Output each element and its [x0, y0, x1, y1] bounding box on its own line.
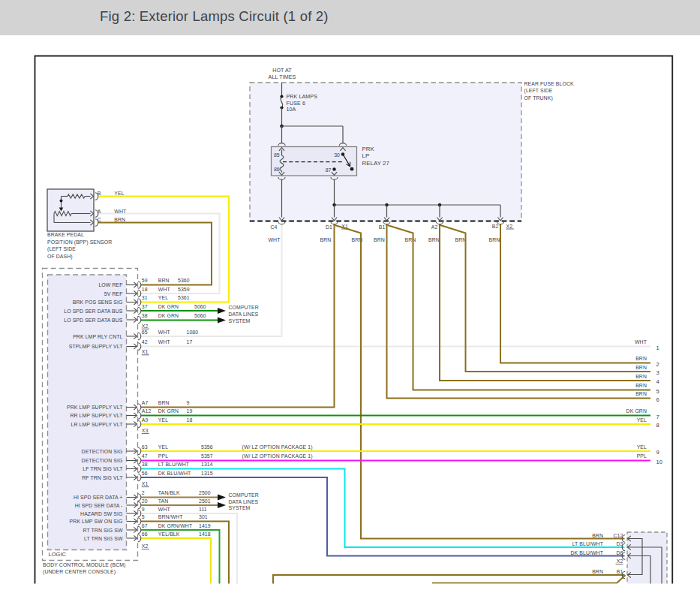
svg-text:(W/ LZ OPTION PACKAGE 1): (W/ LZ OPTION PACKAGE 1) — [242, 444, 313, 450]
svg-text:(UNDER CENTER CONSOLE): (UNDER CENTER CONSOLE) — [43, 569, 116, 575]
svg-text:(LEFT SIDE: (LEFT SIDE — [524, 88, 553, 94]
svg-text:OF DASH): OF DASH) — [47, 254, 73, 260]
svg-text:BRN: BRN — [428, 237, 440, 242]
svg-text:COMPUTER: COMPUTER — [229, 305, 259, 310]
svg-text:5359: 5359 — [178, 287, 190, 292]
svg-text:111: 111 — [199, 507, 207, 512]
svg-text:DETECTION SIG: DETECTION SIG — [82, 458, 123, 463]
svg-text:BRN: BRN — [320, 237, 332, 242]
svg-text:5: 5 — [142, 514, 145, 519]
svg-text:PPL: PPL — [637, 453, 647, 459]
svg-text:ALL TIMES: ALL TIMES — [269, 74, 296, 80]
svg-text:5: 5 — [656, 388, 659, 395]
svg-text:LO SPD SER DATA BUS: LO SPD SER DATA BUS — [64, 318, 123, 323]
svg-text:3: 3 — [656, 369, 659, 376]
svg-text:1315: 1315 — [201, 471, 213, 476]
svg-text:WHT: WHT — [158, 330, 171, 335]
svg-text:POSITION (BPP) SENSOR: POSITION (BPP) SENSOR — [47, 239, 112, 245]
svg-text:SYSTEM: SYSTEM — [229, 505, 251, 510]
svg-text:YEL: YEL — [114, 191, 124, 196]
svg-text:63: 63 — [142, 444, 148, 450]
svg-text:BRN: BRN — [592, 569, 603, 574]
svg-text:10: 10 — [656, 459, 663, 465]
svg-text:D3: D3 — [616, 541, 623, 546]
svg-text:LP: LP — [362, 152, 370, 159]
svg-text:LR LMP SUPPLY VLT: LR LMP SUPPLY VLT — [71, 422, 124, 427]
svg-text:A7: A7 — [142, 400, 149, 405]
svg-text:31: 31 — [142, 295, 148, 300]
svg-text:DK BLU/WHT: DK BLU/WHT — [571, 550, 604, 555]
svg-text:SYSTEM: SYSTEM — [229, 318, 251, 324]
svg-text:TAN: TAN — [158, 498, 169, 504]
svg-text:BRN: BRN — [158, 278, 170, 283]
svg-text:47: 47 — [142, 453, 148, 459]
svg-text:85: 85 — [274, 152, 280, 158]
svg-text:YEL: YEL — [637, 417, 647, 423]
svg-text:BRN: BRN — [405, 237, 416, 242]
svg-text:WHT: WHT — [269, 237, 281, 242]
svg-text:DETECTION SIG: DETECTION SIG — [82, 449, 123, 454]
svg-text:18: 18 — [142, 287, 148, 292]
svg-text:30: 30 — [334, 152, 340, 158]
svg-text:18: 18 — [187, 417, 193, 423]
svg-text:B: B — [98, 191, 101, 196]
svg-text:1419: 1419 — [199, 523, 211, 528]
svg-text:B2: B2 — [492, 224, 499, 229]
svg-text:WHT: WHT — [114, 209, 127, 214]
svg-text:LO SPD SER DATA BUS: LO SPD SER DATA BUS — [64, 309, 123, 314]
svg-text:(W/ LZ OPTION PACKAGE 1): (W/ LZ OPTION PACKAGE 1) — [242, 453, 313, 459]
svg-text:RT TRN SIG SW: RT TRN SIG SW — [83, 528, 123, 533]
svg-text:1: 1 — [656, 345, 659, 351]
svg-text:YEL: YEL — [158, 444, 168, 450]
svg-text:COMPUTER: COMPUTER — [229, 492, 259, 498]
svg-text:X2: X2 — [142, 543, 149, 549]
svg-text:65: 65 — [142, 330, 148, 335]
svg-text:59: 59 — [142, 278, 148, 283]
svg-text:C: C — [98, 217, 101, 222]
svg-text:A: A — [98, 209, 101, 214]
svg-text:PRK: PRK — [362, 146, 375, 152]
svg-text:BRN: BRN — [489, 237, 500, 242]
svg-text:38: 38 — [142, 313, 148, 318]
svg-text:67: 67 — [142, 523, 148, 528]
svg-text:BRK POS SENS SIG: BRK POS SENS SIG — [73, 300, 123, 305]
svg-text:86: 86 — [274, 167, 280, 172]
svg-text:YEL: YEL — [158, 417, 168, 423]
svg-text:WHT: WHT — [158, 507, 171, 512]
svg-text:BRN: BRN — [635, 391, 647, 396]
svg-text:1080: 1080 — [187, 330, 199, 335]
svg-text:DK GRN: DK GRN — [158, 304, 179, 309]
svg-text:LOGIC: LOGIC — [49, 551, 67, 558]
svg-text:HI SPD SER DATA -: HI SPD SER DATA - — [75, 503, 123, 508]
svg-text:DK GRN/WHT: DK GRN/WHT — [158, 523, 193, 528]
svg-text:BRN: BRN — [374, 237, 385, 242]
svg-text:DK GRN: DK GRN — [158, 408, 179, 414]
svg-text:TAN/BLK: TAN/BLK — [158, 490, 180, 495]
svg-text:BRN: BRN — [158, 400, 170, 405]
svg-text:X1: X1 — [142, 349, 149, 354]
svg-text:HAZARD SW SIG: HAZARD SW SIG — [80, 511, 122, 516]
svg-text:DATA LINES: DATA LINES — [229, 499, 259, 504]
svg-text:37: 37 — [142, 304, 148, 309]
svg-text:X1: X1 — [142, 481, 149, 486]
svg-text:RF TRN SIG VLT: RF TRN SIG VLT — [82, 475, 123, 480]
svg-text:6: 6 — [656, 396, 659, 403]
svg-text:DK BLU/WHT: DK BLU/WHT — [158, 471, 191, 476]
svg-text:4: 4 — [656, 378, 659, 385]
svg-text:5V REF: 5V REF — [104, 291, 123, 296]
svg-text:5356: 5356 — [201, 444, 213, 450]
svg-text:BRN: BRN — [635, 356, 647, 361]
svg-text:RR LMP SUPPLY VLT: RR LMP SUPPLY VLT — [70, 413, 123, 418]
svg-text:YEL: YEL — [637, 444, 647, 450]
svg-text:19: 19 — [187, 408, 193, 414]
svg-text:1418: 1418 — [199, 531, 211, 537]
svg-text:8: 8 — [656, 422, 659, 429]
svg-text:D8: D8 — [616, 550, 623, 555]
svg-text:WHT: WHT — [158, 339, 171, 345]
svg-text:BRN: BRN — [635, 374, 647, 379]
svg-text:LT TRN SIG SW: LT TRN SIG SW — [84, 536, 123, 541]
svg-text:BRN/WHT: BRN/WHT — [158, 514, 184, 519]
svg-text:OF TRUNK): OF TRUNK) — [524, 95, 553, 101]
svg-text:LOW REF: LOW REF — [98, 282, 122, 287]
svg-text:BRN: BRN — [455, 237, 467, 242]
